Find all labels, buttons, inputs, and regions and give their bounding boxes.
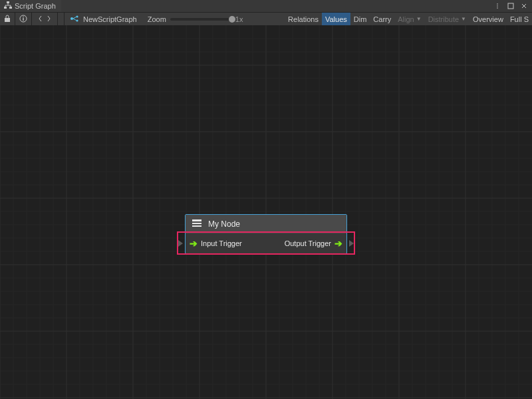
close-icon[interactable]	[519, 1, 529, 11]
svg-point-4	[497, 5, 498, 7]
zoom-value: 1x	[235, 15, 243, 23]
output-trigger-label: Output Trigger	[285, 239, 331, 247]
output-port-triangle-icon[interactable]	[349, 240, 354, 247]
svg-rect-6	[508, 3, 513, 9]
more-icon[interactable]	[492, 1, 503, 11]
toolbar-relations[interactable]: Relations	[285, 13, 322, 26]
script-graph-window: Script Graph	[0, 0, 532, 399]
toolbar-dim[interactable]: Dim	[350, 13, 370, 26]
zoom-slider[interactable]	[170, 18, 231, 21]
info-button[interactable]	[15, 13, 32, 26]
graph-node[interactable]: My Node ➔ Input Trigger Output Trigger ➔	[185, 214, 347, 254]
svg-rect-1	[4, 7, 7, 9]
lock-icon	[4, 15, 11, 24]
asset-name: NewScriptGraph	[83, 15, 137, 23]
window-controls	[492, 1, 532, 11]
svg-rect-2	[9, 7, 12, 9]
info-icon	[19, 15, 27, 24]
node-type-icon	[191, 217, 203, 231]
lock-button[interactable]	[0, 13, 15, 26]
svg-point-11	[70, 17, 73, 20]
svg-rect-96	[192, 223, 201, 224]
svg-point-3	[497, 3, 498, 5]
titlebar: Script Graph	[0, 0, 532, 12]
zoom-control[interactable]: Zoom 1x	[142, 13, 249, 26]
toolbar: NewScriptGraph Zoom 1x Relations Values …	[0, 12, 532, 25]
graph-asset-icon	[70, 15, 79, 24]
graph-canvas[interactable]: My Node ➔ Input Trigger Output Trigger ➔	[0, 25, 532, 399]
svg-point-12	[76, 15, 78, 17]
toolbar-overview[interactable]: Overview	[469, 13, 507, 26]
svg-rect-10	[23, 18, 23, 21]
node-output-port[interactable]: Output Trigger ➔	[285, 238, 342, 249]
tab-script-graph[interactable]: Script Graph	[0, 0, 61, 12]
tab-title: Script Graph	[15, 2, 56, 10]
arrows-button[interactable]	[32, 13, 58, 26]
node-title: My Node	[208, 219, 240, 229]
grid	[0, 25, 532, 399]
chevron-down-icon: ▼	[461, 16, 466, 22]
node-header[interactable]: My Node	[186, 215, 346, 233]
svg-point-5	[497, 7, 498, 9]
flow-arrow-in-icon: ➔	[190, 238, 198, 249]
svg-rect-97	[192, 225, 201, 227]
svg-rect-95	[192, 219, 201, 221]
input-trigger-label: Input Trigger	[201, 239, 242, 247]
svg-point-9	[23, 16, 24, 17]
arrows-icon	[39, 15, 51, 23]
node-input-port[interactable]: ➔ Input Trigger	[190, 238, 242, 249]
toolbar-align[interactable]: Align▼	[394, 13, 424, 26]
hierarchy-icon	[4, 1, 12, 11]
zoom-label: Zoom	[148, 15, 166, 23]
maximize-icon[interactable]	[505, 1, 516, 11]
chevron-down-icon: ▼	[416, 16, 422, 22]
toolbar-right: Relations Values Dim Carry Align▼ Distri…	[285, 13, 532, 26]
svg-rect-0	[7, 1, 9, 3]
toolbar-values[interactable]: Values	[322, 13, 350, 26]
input-port-triangle-icon[interactable]	[178, 240, 183, 247]
svg-point-13	[76, 19, 78, 21]
toolbar-separator	[58, 13, 65, 26]
toolbar-distribute[interactable]: Distribute▼	[425, 13, 469, 26]
flow-arrow-out-icon: ➔	[334, 238, 342, 249]
asset-breadcrumb[interactable]: NewScriptGraph	[65, 13, 142, 26]
zoom-slider-handle[interactable]	[229, 16, 235, 23]
svg-rect-7	[5, 18, 10, 22]
node-body: ➔ Input Trigger Output Trigger ➔	[186, 233, 346, 253]
toolbar-fullscreen[interactable]: Full S	[507, 13, 532, 26]
toolbar-carry[interactable]: Carry	[370, 13, 394, 26]
